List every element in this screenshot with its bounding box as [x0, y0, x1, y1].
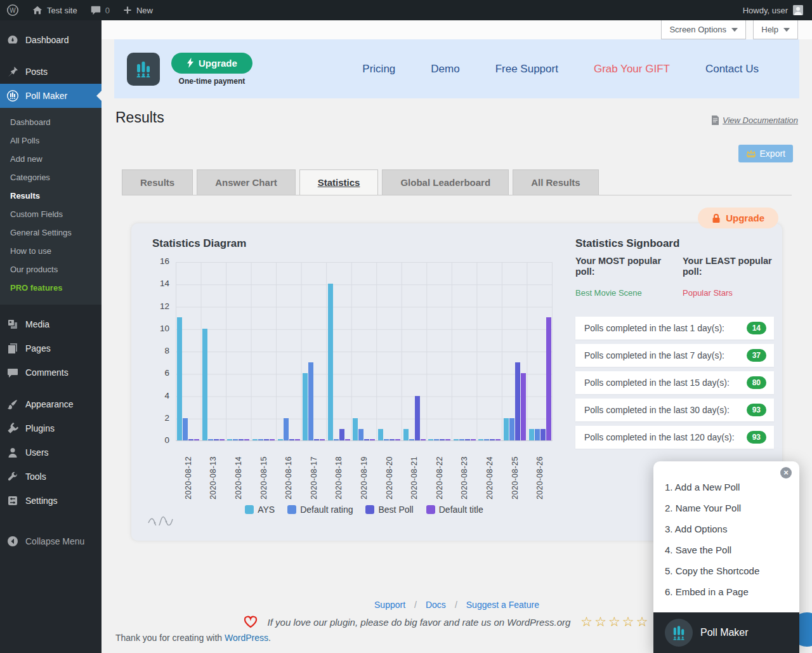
user-icon — [6, 446, 19, 459]
signboard-title: Statistics Signboard — [575, 237, 679, 250]
submenu-all-polls[interactable]: All Polls — [0, 131, 102, 150]
lightning-icon — [187, 58, 194, 68]
bar-default-rating — [183, 418, 188, 440]
sidebar-item-settings[interactable]: Settings — [0, 489, 102, 513]
close-icon[interactable]: × — [780, 467, 792, 478]
submenu-dashboard[interactable]: Dashboard — [0, 113, 102, 131]
bar-group — [477, 262, 502, 440]
most-popular-label: Your MOST popular poll: — [575, 256, 671, 278]
screen-options-button[interactable]: Screen Options — [661, 20, 746, 39]
wordpress-link[interactable]: WordPress — [225, 633, 268, 643]
submenu-categories[interactable]: Categories — [0, 168, 102, 187]
tab-answer-chart[interactable]: Answer Chart — [197, 169, 296, 195]
least-popular-block: Your LEAST popular poll: Popular Stars — [683, 256, 778, 298]
x-axis-label: 2020-08-23 — [452, 445, 478, 499]
bar-default-title — [194, 439, 199, 440]
view-documentation-link[interactable]: View Documentation — [711, 115, 798, 125]
submenu-custom-fields[interactable]: Custom Fields — [0, 205, 102, 223]
upgrade-button[interactable]: Upgrade — [171, 53, 252, 74]
legend-label: Best Poll — [378, 505, 413, 515]
legend-swatch — [426, 505, 435, 514]
count-badge: 37 — [747, 349, 766, 362]
tab-statistics[interactable]: Statistics — [299, 169, 379, 195]
bar-default-rating — [284, 418, 289, 440]
wordpress-logo-menu[interactable]: W — [0, 0, 25, 20]
bar-default-title — [546, 317, 551, 440]
tab-results[interactable]: Results — [122, 169, 193, 195]
submenu-results[interactable]: Results — [0, 187, 102, 205]
star-icon[interactable]: ☆ — [580, 614, 594, 629]
sidebar-item-comments[interactable]: Comments — [0, 360, 102, 385]
bar-default-title — [521, 373, 526, 440]
bar-default-title — [270, 439, 275, 440]
banner-nav-link[interactable]: Contact Us — [705, 63, 759, 76]
star-icon[interactable]: ☆ — [594, 614, 608, 629]
footer-link-docs[interactable]: Docs — [426, 600, 446, 610]
polls-completed-label: Polls completed in the last 30 day(s): — [584, 405, 730, 415]
upgrade-pill-button[interactable]: Upgrade — [698, 208, 778, 228]
export-button[interactable]: Export — [738, 145, 793, 162]
banner-nav-link[interactable]: Grab Your GIFT — [594, 63, 670, 76]
sidebar-item-appearance[interactable]: Appearance — [0, 392, 102, 416]
popup-brand: Poll Maker — [700, 627, 749, 638]
polls-completed-label: Polls completed in the last 15 day(s): — [584, 378, 730, 388]
sidebar-item-tools[interactable]: Tools — [0, 465, 102, 489]
bar-default-rating — [208, 439, 213, 440]
footer-link-suggest-a-feature[interactable]: Suggest a Feature — [466, 600, 539, 610]
poll-maker-logo — [127, 53, 160, 86]
pages-icon — [6, 342, 19, 355]
bar-best-poll — [440, 439, 445, 440]
legend-item-best-poll[interactable]: Best Poll — [365, 505, 413, 515]
bar-best-poll — [289, 439, 294, 440]
sidebar-item-poll-maker[interactable]: Poll Maker — [0, 84, 102, 108]
bar-best-poll — [465, 439, 470, 440]
submenu-pro-features[interactable]: PRO features — [0, 279, 102, 297]
sidebar-item-dashboard[interactable]: Dashboard — [0, 28, 102, 52]
tab-global-leaderboard[interactable]: Global Leaderboard — [382, 169, 509, 195]
comments-bubble[interactable]: 0 — [84, 0, 116, 20]
account-menu[interactable]: Howdy, user — [743, 5, 812, 15]
banner-nav-link[interactable]: Demo — [431, 63, 459, 76]
star-icon[interactable]: ☆ — [636, 614, 650, 629]
comments-icon — [6, 366, 19, 379]
legend-item-default-title[interactable]: Default title — [426, 505, 483, 515]
bar-default-title — [421, 439, 426, 440]
x-axis-label: 2020-08-24 — [477, 445, 502, 499]
site-name-link[interactable]: Test site — [25, 0, 84, 20]
bar-default-title — [219, 439, 225, 440]
comment-icon — [90, 4, 102, 16]
submenu-how-to-use[interactable]: How to use — [0, 242, 102, 260]
sidebar-item-plugins[interactable]: Plugins — [0, 416, 102, 440]
sidebar-item-users[interactable]: Users — [0, 440, 102, 465]
sidebar-item-pages[interactable]: Pages — [0, 336, 102, 360]
guide-step: 3. Add Options — [665, 518, 759, 539]
tab-all-results[interactable]: All Results — [513, 169, 599, 195]
sidebar-item-media[interactable]: Media — [0, 312, 102, 336]
bar-group — [301, 262, 327, 440]
plus-icon — [122, 5, 133, 15]
collapse-menu-button[interactable]: Collapse Menu — [0, 529, 102, 553]
legend-item-ays[interactable]: AYS — [245, 505, 275, 515]
promo-banner: Upgrade One-time payment PricingDemoFree… — [114, 39, 799, 98]
banner-nav-link[interactable]: Free Support — [495, 63, 558, 76]
new-menu[interactable]: New — [116, 0, 159, 20]
upgrade-pill-label: Upgrade — [726, 213, 764, 223]
submenu-our-products[interactable]: Our products — [0, 260, 102, 279]
star-icon[interactable]: ☆ — [608, 614, 622, 629]
bar-group — [226, 262, 251, 440]
sidebar-item-label: Media — [25, 319, 49, 329]
bar-default-rating — [233, 439, 238, 440]
polls-completed-label: Polls completed in the last 7 day(s): — [584, 350, 724, 360]
star-icon[interactable]: ☆ — [622, 614, 636, 629]
submenu-add-new[interactable]: Add new — [0, 150, 102, 168]
footer-link-support[interactable]: Support — [374, 600, 405, 610]
sidebar-item-posts[interactable]: Posts — [0, 60, 102, 84]
legend-item-default-rating[interactable]: Default rating — [287, 505, 353, 515]
sidebar-item-label: Dashboard — [25, 35, 69, 45]
help-button[interactable]: Help — [753, 20, 798, 39]
banner-nav-link[interactable]: Pricing — [362, 63, 395, 76]
bar-best-poll — [390, 439, 395, 440]
x-axis-label: 2020-08-22 — [427, 445, 452, 499]
submenu-general-settings[interactable]: General Settings — [0, 223, 102, 242]
bar-group — [377, 262, 402, 440]
